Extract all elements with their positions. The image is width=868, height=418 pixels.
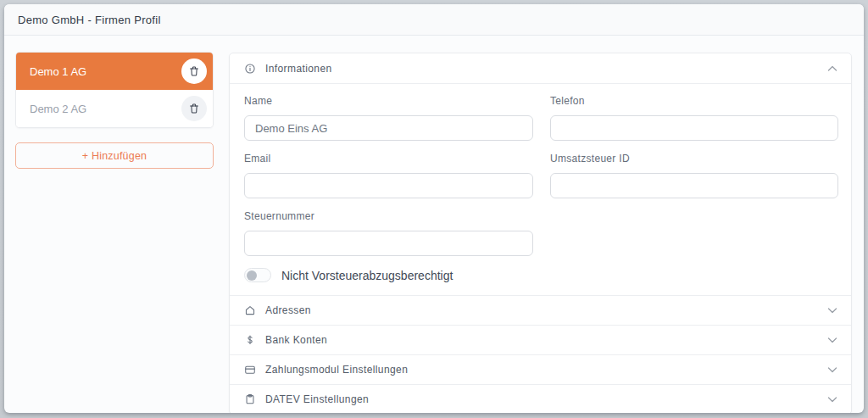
chevron-down-icon	[827, 366, 837, 373]
field-label: Steuernummer	[244, 210, 533, 222]
section-header-zahlungsmodul[interactable]: Zahlungsmodul Einstellungen	[230, 354, 851, 384]
field-email: Email	[244, 153, 533, 198]
field-telefon: Telefon	[550, 95, 838, 141]
chevron-down-icon	[827, 307, 837, 314]
company-item-demo-2[interactable]: Demo 2 AG	[16, 90, 213, 127]
section-header-informationen[interactable]: Informationen	[230, 53, 851, 83]
section-header-bank-konten[interactable]: Bank Konten	[230, 325, 851, 354]
company-name: Demo 1 AG	[30, 65, 86, 78]
vorsteuer-toggle-row: Nicht Vorsteuerabzugsberechtigt	[244, 268, 837, 282]
steuernummer-input[interactable]	[244, 231, 533, 256]
company-name: Demo 2 AG	[30, 103, 86, 115]
section-label: DATEV Einstellungen	[265, 393, 819, 405]
info-icon	[243, 63, 257, 75]
page-title: Demo GmbH - Firmen Profil	[18, 14, 161, 26]
delete-company-button[interactable]	[181, 59, 207, 84]
section-label: Informationen	[265, 63, 819, 75]
app-window: Demo GmbH - Firmen Profil Demo 1 AG Demo	[4, 4, 864, 413]
field-umsatzsteuer-id: Umsatzsteuer ID	[550, 153, 838, 198]
field-label: Name	[244, 95, 533, 107]
section-label: Zahlungsmodul Einstellungen	[265, 364, 819, 376]
chevron-down-icon	[827, 337, 837, 343]
form-grid: Name Telefon Email Umsatzsteuer ID Steue…	[244, 95, 837, 256]
umsatzsteuer-id-input[interactable]	[550, 173, 838, 198]
home-icon	[243, 304, 257, 316]
toggle-label: Nicht Vorsteuerabzugsberechtigt	[281, 269, 453, 282]
trash-icon	[188, 103, 200, 114]
add-company-button[interactable]: + Hinzufügen	[15, 142, 214, 169]
company-list: Demo 1 AG Demo 2 AG	[15, 52, 214, 128]
section-label: Adressen	[265, 304, 819, 316]
company-profile-panel: Informationen Name Telefon Email	[229, 53, 852, 413]
telefon-input[interactable]	[550, 115, 838, 141]
field-label: Email	[244, 153, 533, 164]
company-sidebar: Demo 1 AG Demo 2 AG	[15, 52, 214, 169]
clipboard-icon	[243, 393, 257, 405]
credit-card-icon	[243, 364, 257, 376]
field-label: Telefon	[550, 95, 838, 107]
dollar-icon	[243, 334, 257, 346]
section-label: Bank Konten	[265, 334, 819, 346]
delete-company-button[interactable]	[181, 96, 207, 121]
app-header: Demo GmbH - Firmen Profil	[4, 4, 864, 36]
vorsteuer-toggle[interactable]	[244, 268, 271, 282]
chevron-up-icon	[827, 65, 837, 72]
name-input[interactable]	[244, 115, 533, 141]
toggle-knob	[247, 270, 257, 281]
field-steuernummer: Steuernummer	[244, 210, 533, 256]
chevron-down-icon	[827, 396, 837, 403]
company-item-demo-1[interactable]: Demo 1 AG	[16, 53, 213, 90]
trash-icon	[188, 65, 200, 77]
field-label: Umsatzsteuer ID	[550, 153, 838, 164]
field-name: Name	[244, 95, 533, 141]
section-header-datev[interactable]: DATEV Einstellungen	[230, 384, 851, 413]
section-header-adressen[interactable]: Adressen	[230, 295, 851, 325]
email-input[interactable]	[244, 173, 533, 198]
informationen-form: Name Telefon Email Umsatzsteuer ID Steue…	[230, 83, 851, 295]
